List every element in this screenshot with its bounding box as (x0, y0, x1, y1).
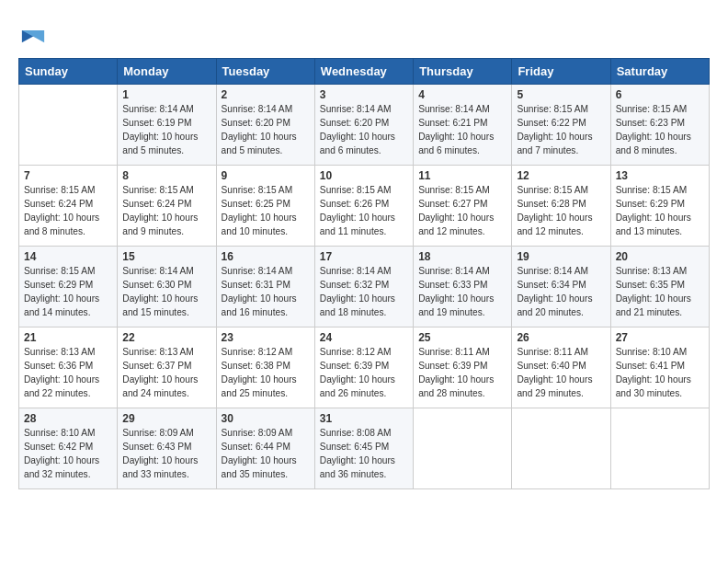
calendar-cell (19, 85, 118, 166)
day-info: Sunrise: 8:13 AM Sunset: 6:37 PM Dayligh… (122, 346, 210, 400)
day-info: Sunrise: 8:15 AM Sunset: 6:28 PM Dayligh… (517, 184, 605, 238)
day-info: Sunrise: 8:14 AM Sunset: 6:20 PM Dayligh… (320, 103, 408, 157)
calendar-cell: 18Sunrise: 8:14 AM Sunset: 6:33 PM Dayli… (414, 247, 512, 327)
day-number: 29 (122, 412, 210, 425)
day-info: Sunrise: 8:10 AM Sunset: 6:41 PM Dayligh… (616, 346, 704, 400)
day-number: 7 (24, 169, 112, 182)
calendar-cell: 5Sunrise: 8:15 AM Sunset: 6:22 PM Daylig… (512, 85, 610, 166)
day-number: 17 (320, 250, 408, 263)
day-number: 1 (122, 88, 210, 101)
day-info: Sunrise: 8:15 AM Sunset: 6:22 PM Dayligh… (517, 103, 605, 157)
header-friday: Friday (512, 59, 610, 85)
day-number: 2 (222, 88, 310, 101)
day-number: 11 (418, 169, 506, 182)
day-info: Sunrise: 8:15 AM Sunset: 6:29 PM Dayligh… (24, 265, 112, 319)
calendar-week-row: 7Sunrise: 8:15 AM Sunset: 6:24 PM Daylig… (19, 166, 710, 247)
day-number: 22 (122, 331, 210, 344)
day-number: 20 (616, 250, 704, 263)
day-info: Sunrise: 8:09 AM Sunset: 6:44 PM Dayligh… (222, 427, 310, 481)
day-number: 9 (222, 169, 310, 182)
header-sunday: Sunday (19, 59, 118, 85)
day-info: Sunrise: 8:14 AM Sunset: 6:32 PM Dayligh… (320, 265, 408, 319)
header-tuesday: Tuesday (216, 59, 314, 85)
day-info: Sunrise: 8:14 AM Sunset: 6:31 PM Dayligh… (222, 265, 310, 319)
day-number: 26 (517, 331, 605, 344)
calendar-cell: 16Sunrise: 8:14 AM Sunset: 6:31 PM Dayli… (216, 247, 314, 327)
day-number: 31 (320, 412, 408, 425)
day-info: Sunrise: 8:10 AM Sunset: 6:42 PM Dayligh… (24, 427, 112, 481)
page-header (18, 18, 710, 49)
calendar-week-row: 14Sunrise: 8:15 AM Sunset: 6:29 PM Dayli… (19, 247, 710, 327)
calendar-week-row: 28Sunrise: 8:10 AM Sunset: 6:42 PM Dayli… (19, 408, 710, 489)
day-info: Sunrise: 8:15 AM Sunset: 6:27 PM Dayligh… (418, 184, 506, 238)
calendar-cell: 24Sunrise: 8:12 AM Sunset: 6:39 PM Dayli… (314, 327, 413, 408)
logo-text (18, 18, 46, 49)
day-number: 27 (616, 331, 704, 344)
day-info: Sunrise: 8:15 AM Sunset: 6:25 PM Dayligh… (222, 184, 310, 238)
day-number: 21 (24, 331, 112, 344)
day-info: Sunrise: 8:14 AM Sunset: 6:30 PM Dayligh… (122, 265, 210, 319)
calendar-cell: 26Sunrise: 8:11 AM Sunset: 6:40 PM Dayli… (512, 327, 610, 408)
day-info: Sunrise: 8:13 AM Sunset: 6:36 PM Dayligh… (24, 346, 112, 400)
day-number: 28 (24, 412, 112, 425)
calendar-cell: 22Sunrise: 8:13 AM Sunset: 6:37 PM Dayli… (118, 327, 216, 408)
calendar-body: 1Sunrise: 8:14 AM Sunset: 6:19 PM Daylig… (19, 85, 710, 489)
calendar-cell: 23Sunrise: 8:12 AM Sunset: 6:38 PM Dayli… (216, 327, 314, 408)
day-number: 19 (517, 250, 605, 263)
calendar-cell: 8Sunrise: 8:15 AM Sunset: 6:24 PM Daylig… (118, 166, 216, 247)
calendar-week-row: 21Sunrise: 8:13 AM Sunset: 6:36 PM Dayli… (19, 327, 710, 408)
calendar-cell: 2Sunrise: 8:14 AM Sunset: 6:20 PM Daylig… (216, 85, 314, 166)
calendar-cell: 1Sunrise: 8:14 AM Sunset: 6:19 PM Daylig… (118, 85, 216, 166)
calendar-cell: 19Sunrise: 8:14 AM Sunset: 6:34 PM Dayli… (512, 247, 610, 327)
calendar-cell: 20Sunrise: 8:13 AM Sunset: 6:35 PM Dayli… (610, 247, 709, 327)
calendar-cell (414, 408, 512, 489)
day-number: 18 (418, 250, 506, 263)
day-info: Sunrise: 8:12 AM Sunset: 6:39 PM Dayligh… (320, 346, 408, 400)
header-monday: Monday (118, 59, 216, 85)
day-number: 23 (222, 331, 310, 344)
calendar-cell: 31Sunrise: 8:08 AM Sunset: 6:45 PM Dayli… (314, 408, 413, 489)
day-number: 6 (616, 88, 704, 101)
day-info: Sunrise: 8:14 AM Sunset: 6:34 PM Dayligh… (517, 265, 605, 319)
day-info: Sunrise: 8:12 AM Sunset: 6:38 PM Dayligh… (222, 346, 310, 400)
calendar-cell: 27Sunrise: 8:10 AM Sunset: 6:41 PM Dayli… (610, 327, 709, 408)
day-info: Sunrise: 8:11 AM Sunset: 6:39 PM Dayligh… (418, 346, 506, 400)
day-number: 10 (320, 169, 408, 182)
day-number: 16 (222, 250, 310, 263)
day-info: Sunrise: 8:15 AM Sunset: 6:26 PM Dayligh… (320, 184, 408, 238)
header-thursday: Thursday (414, 59, 512, 85)
calendar-cell: 30Sunrise: 8:09 AM Sunset: 6:44 PM Dayli… (216, 408, 314, 489)
calendar-cell: 28Sunrise: 8:10 AM Sunset: 6:42 PM Dayli… (19, 408, 118, 489)
calendar-week-row: 1Sunrise: 8:14 AM Sunset: 6:19 PM Daylig… (19, 85, 710, 166)
logo (18, 18, 46, 49)
day-info: Sunrise: 8:15 AM Sunset: 6:24 PM Dayligh… (24, 184, 112, 238)
day-number: 25 (418, 331, 506, 344)
calendar-cell (512, 408, 610, 489)
day-number: 30 (222, 412, 310, 425)
calendar-cell: 3Sunrise: 8:14 AM Sunset: 6:20 PM Daylig… (314, 85, 413, 166)
calendar-cell: 17Sunrise: 8:14 AM Sunset: 6:32 PM Dayli… (314, 247, 413, 327)
day-number: 8 (122, 169, 210, 182)
calendar-cell: 11Sunrise: 8:15 AM Sunset: 6:27 PM Dayli… (414, 166, 512, 247)
day-info: Sunrise: 8:15 AM Sunset: 6:29 PM Dayligh… (616, 184, 704, 238)
header-saturday: Saturday (610, 59, 709, 85)
calendar-cell: 10Sunrise: 8:15 AM Sunset: 6:26 PM Dayli… (314, 166, 413, 247)
day-info: Sunrise: 8:09 AM Sunset: 6:43 PM Dayligh… (122, 427, 210, 481)
day-info: Sunrise: 8:14 AM Sunset: 6:21 PM Dayligh… (418, 103, 506, 157)
calendar-table: SundayMondayTuesdayWednesdayThursdayFrid… (18, 58, 710, 489)
calendar-cell: 25Sunrise: 8:11 AM Sunset: 6:39 PM Dayli… (414, 327, 512, 408)
day-info: Sunrise: 8:08 AM Sunset: 6:45 PM Dayligh… (320, 427, 408, 481)
calendar-cell: 6Sunrise: 8:15 AM Sunset: 6:23 PM Daylig… (610, 85, 709, 166)
day-number: 3 (320, 88, 408, 101)
calendar-header-row: SundayMondayTuesdayWednesdayThursdayFrid… (19, 59, 710, 85)
day-info: Sunrise: 8:11 AM Sunset: 6:40 PM Dayligh… (517, 346, 605, 400)
day-number: 24 (320, 331, 408, 344)
calendar-cell: 21Sunrise: 8:13 AM Sunset: 6:36 PM Dayli… (19, 327, 118, 408)
day-info: Sunrise: 8:14 AM Sunset: 6:33 PM Dayligh… (418, 265, 506, 319)
day-info: Sunrise: 8:13 AM Sunset: 6:35 PM Dayligh… (616, 265, 704, 319)
calendar-cell: 9Sunrise: 8:15 AM Sunset: 6:25 PM Daylig… (216, 166, 314, 247)
day-number: 4 (418, 88, 506, 101)
calendar-cell: 14Sunrise: 8:15 AM Sunset: 6:29 PM Dayli… (19, 247, 118, 327)
day-number: 15 (122, 250, 210, 263)
logo-icon (20, 18, 46, 44)
